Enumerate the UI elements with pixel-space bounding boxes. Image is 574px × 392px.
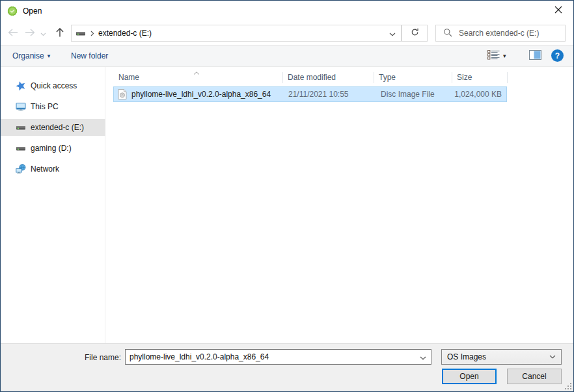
resize-grip[interactable]: [565, 383, 572, 390]
new-folder-button[interactable]: New folder: [66, 46, 113, 66]
organise-button[interactable]: Organise ▾: [7, 46, 55, 66]
file-type-select[interactable]: OS Images: [441, 349, 562, 365]
column-header-label: Size: [457, 73, 472, 82]
sidebar-item-label: This PC: [31, 102, 59, 111]
help-icon: ?: [555, 51, 560, 60]
file-name-label: File name:: [40, 353, 121, 362]
sidebar-item-extended-c[interactable]: extended-c (E:): [1, 119, 105, 136]
titlebar: Open: [1, 1, 573, 21]
open-button[interactable]: Open: [442, 369, 497, 384]
cancel-button-label: Cancel: [522, 372, 546, 381]
close-button[interactable]: [543, 1, 573, 20]
app-icon: [7, 5, 18, 17]
organise-label: Organise: [12, 51, 44, 60]
back-button[interactable]: [5, 27, 20, 39]
column-header-label: Name: [118, 73, 139, 82]
file-type-cell: Disc Image File: [381, 90, 435, 99]
sidebar: Quick access This PC: [1, 67, 105, 343]
change-view-button[interactable]: ▾: [487, 49, 516, 62]
quick-access-star-icon: [16, 81, 26, 91]
window-title: Open: [23, 7, 42, 16]
column-header-label: Type: [379, 73, 396, 82]
column-header-type[interactable]: Type: [374, 69, 452, 85]
hard-drive-icon: [16, 143, 26, 153]
toolbar-right-group: ▾ ?: [482, 46, 573, 66]
file-size-cell: 1,024,000 KB: [454, 90, 502, 99]
sidebar-item-label: gaming (D:): [31, 144, 72, 153]
column-header-size[interactable]: Size: [452, 69, 507, 85]
file-name-dropdown-button[interactable]: [415, 350, 431, 364]
chevron-down-icon: [420, 352, 426, 362]
main-area: Quick access This PC: [1, 67, 573, 343]
navigation-bar: extended-c (E:): [1, 21, 573, 45]
breadcrumb-chevron-icon: [90, 31, 94, 36]
search-input[interactable]: [458, 28, 565, 38]
help-button[interactable]: ?: [551, 49, 564, 62]
address-dropdown-button[interactable]: [384, 25, 401, 41]
preview-pane-icon: [529, 50, 541, 62]
file-name-combobox: [125, 349, 431, 365]
file-date-cell: 21/11/2021 10:55: [288, 90, 349, 99]
refresh-icon: [410, 27, 420, 39]
file-type-value: OS Images: [447, 352, 486, 361]
column-header-label: Date modified: [288, 73, 336, 82]
monitor-icon: [16, 101, 26, 112]
hard-drive-icon: [16, 122, 26, 133]
preview-pane-button[interactable]: [526, 49, 543, 62]
file-list: Name Date modified Type Size: [105, 67, 573, 343]
sidebar-item-gaming-d[interactable]: gaming (D:): [1, 140, 105, 157]
disc-image-file-icon: [118, 89, 127, 99]
dialog-footer: File name: OS Images Open Cancel: [1, 343, 573, 391]
back-arrow-icon: [7, 28, 18, 39]
column-header-date-modified[interactable]: Date modified: [282, 69, 374, 85]
open-file-dialog: Open: [0, 0, 574, 392]
up-arrow-icon: [55, 27, 64, 40]
network-icon: [16, 164, 26, 174]
breadcrumb-location[interactable]: extended-c (E:): [98, 29, 152, 38]
sidebar-item-network[interactable]: Network: [1, 161, 105, 177]
file-row-selected[interactable]: phyllome-live_ldhi_v0.2.0-alpha_x86_64 2…: [113, 86, 507, 102]
sidebar-item-this-pc[interactable]: This PC: [1, 98, 105, 115]
new-folder-label: New folder: [71, 51, 108, 60]
chevron-down-icon: [549, 355, 556, 359]
forward-arrow-icon: [25, 28, 36, 39]
open-button-label: Open: [459, 372, 478, 381]
recent-locations-button[interactable]: [38, 27, 48, 39]
forward-button[interactable]: [23, 27, 37, 39]
dropdown-caret-icon: ▾: [503, 53, 506, 59]
column-divider[interactable]: [507, 72, 508, 83]
drive-icon: [75, 28, 86, 38]
sidebar-item-label: extended-c (E:): [31, 123, 84, 132]
file-name-cell: phyllome-live_ldhi_v0.2.0-alpha_x86_64: [131, 90, 271, 99]
search-box: [435, 25, 566, 42]
sidebar-item-label: Network: [31, 164, 59, 174]
up-button[interactable]: [53, 27, 67, 39]
chevron-down-icon: [40, 29, 46, 38]
sidebar-item-label: Quick access: [31, 81, 77, 90]
chevron-down-icon: [389, 29, 396, 38]
cancel-button[interactable]: Cancel: [507, 369, 562, 384]
sidebar-item-quick-access[interactable]: Quick access: [1, 77, 105, 94]
column-header-name[interactable]: Name: [113, 69, 282, 85]
command-toolbar: Organise ▾ New folder: [1, 45, 573, 67]
dropdown-caret-icon: ▾: [48, 53, 51, 59]
file-name-input[interactable]: [126, 352, 415, 361]
search-icon: [436, 28, 458, 39]
details-view-icon: [487, 50, 500, 62]
refresh-button[interactable]: [402, 25, 428, 42]
address-bar[interactable]: extended-c (E:): [71, 25, 402, 42]
close-icon: [554, 6, 562, 16]
